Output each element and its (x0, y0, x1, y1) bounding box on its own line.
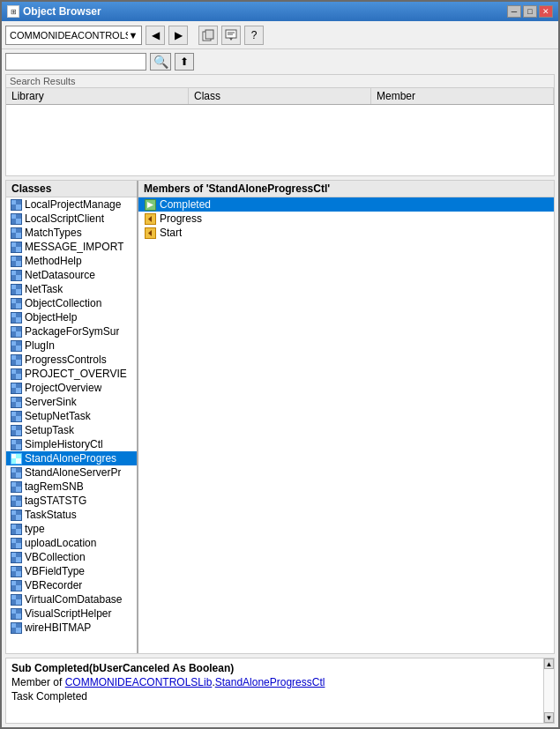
svg-rect-1 (205, 30, 213, 39)
class-icon (10, 621, 22, 634)
classes-list-item[interactable]: StandAloneProgres (6, 451, 137, 465)
copy-icon (202, 29, 214, 41)
classes-list-item[interactable]: VirtualComDatabase (6, 592, 137, 606)
search-input[interactable] (5, 53, 146, 71)
property-icon (144, 227, 156, 239)
classes-list-item[interactable]: PlugIn (6, 338, 137, 353)
copy-button[interactable] (198, 26, 218, 45)
class-label: ObjectCollection (25, 297, 101, 309)
class-icon (10, 410, 22, 422)
info-scroll-down-button[interactable]: ▼ (544, 712, 554, 723)
class-icon (10, 565, 22, 577)
classes-panel-header: Classes (6, 181, 137, 197)
info-line-1: Sub Completed(bUserCanceled As Boolean) (11, 662, 549, 674)
classes-list-item[interactable]: LocalScriptClient (6, 212, 137, 226)
minimize-button[interactable]: ─ (507, 5, 521, 18)
info-line-2: Member of COMMONIDEACONTROLSLib.StandAlo… (11, 676, 549, 688)
maximize-button[interactable]: □ (523, 5, 537, 18)
toolbar: COMMONIDEACONTROLS ▼ ◀ ▶ ? (2, 21, 558, 49)
members-panel: Members of 'StandAloneProgressCtl' Compl… (138, 181, 554, 653)
collapse-button[interactable]: ⬆ (175, 53, 194, 71)
classes-list-item[interactable]: MethodHelp (6, 254, 137, 268)
members-list-item[interactable]: Start (138, 226, 554, 240)
view-definition-button[interactable] (221, 26, 241, 45)
combo-arrow-icon: ▼ (128, 30, 138, 41)
members-list-item[interactable]: Completed (138, 197, 554, 212)
classes-list-item[interactable]: type (6, 522, 137, 536)
class-label: wireHBITMAP (25, 621, 91, 634)
classes-list-item[interactable]: ProjectOverview (6, 381, 137, 395)
search-results-label: Search Results (6, 75, 554, 88)
classes-list-item[interactable]: ProgressControls (6, 353, 137, 367)
classes-list-item[interactable]: SetupTask (6, 423, 137, 437)
classes-list-item[interactable]: MatchTypes (6, 226, 137, 240)
class-icon (10, 353, 22, 366)
forward-button[interactable]: ▶ (168, 26, 188, 45)
class-label: StandAloneServerPr (25, 466, 121, 479)
members-list[interactable]: CompletedProgressStart (138, 197, 554, 653)
classes-list-item[interactable]: ObjectHelp (6, 310, 137, 324)
classes-list-item[interactable]: SetupNetTask (6, 409, 137, 423)
info-scroll-up-button[interactable]: ▲ (544, 658, 554, 669)
back-button[interactable]: ◀ (146, 26, 165, 45)
classes-list-item[interactable]: tagSTATSTG (6, 494, 137, 508)
classes-panel: Classes LocalProjectManageLocalScriptCli… (6, 181, 138, 653)
class-icon (10, 255, 22, 267)
info-class-link[interactable]: StandAloneProgressCtl (215, 676, 325, 688)
title-bar: ⊞ Object Browser ─ □ ✕ (2, 2, 558, 21)
class-label: LocalScriptClient (25, 212, 104, 225)
classes-list-item[interactable]: SimpleHistoryCtl (6, 437, 137, 451)
class-icon (10, 382, 22, 394)
class-label: tagRemSNB (25, 480, 84, 493)
classes-list-item[interactable]: MESSAGE_IMPORT (6, 240, 137, 254)
library-selector[interactable]: COMMONIDEACONTROLS ▼ (5, 26, 142, 45)
info-lib-link[interactable]: COMMONIDEACONTROLSLib (65, 676, 213, 688)
class-label: SetupNetTask (25, 410, 91, 422)
classes-list-item[interactable]: uploadLocation (6, 536, 137, 550)
classes-list-item[interactable]: wireHBITMAP (6, 621, 137, 635)
results-col-class: Class (189, 88, 371, 104)
classes-list-item[interactable]: NetTask (6, 282, 137, 296)
classes-list-item[interactable]: tagRemSNB (6, 480, 137, 494)
classes-list-item[interactable]: NetDatasource (6, 268, 137, 282)
svg-marker-6 (147, 202, 153, 208)
search-button[interactable]: 🔍 (150, 53, 171, 71)
class-icon (10, 368, 22, 380)
results-header: Library Class Member (6, 88, 554, 105)
info-signature: Sub Completed(bUserCanceled As Boolean) (11, 662, 234, 674)
class-label: PlugIn (25, 339, 55, 352)
close-button[interactable]: ✕ (539, 5, 553, 18)
class-icon (10, 241, 22, 253)
classes-list-item[interactable]: VBFieldType (6, 564, 137, 578)
window-icon: ⊞ (7, 5, 19, 18)
classes-list-item[interactable]: VBRecorder (6, 578, 137, 592)
info-member-prefix: Member of (11, 676, 65, 688)
classes-list-item[interactable]: PackageForSymSur (6, 324, 137, 338)
classes-list-item[interactable]: StandAloneServerPr (6, 465, 137, 480)
results-col-library: Library (6, 88, 189, 104)
help-button[interactable]: ? (244, 26, 264, 45)
classes-list-item[interactable]: LocalProjectManage (6, 197, 137, 212)
classes-list[interactable]: LocalProjectManageLocalScriptClientMatch… (6, 197, 137, 653)
window-title: Object Browser (23, 5, 101, 18)
class-label: ProgressControls (25, 353, 107, 366)
title-buttons: ─ □ ✕ (507, 5, 553, 18)
class-label: StandAloneProgres (25, 452, 116, 465)
classes-list-item[interactable]: TaskStatus (6, 508, 137, 522)
classes-list-item[interactable]: ObjectCollection (6, 296, 137, 310)
class-icon (10, 325, 22, 338)
info-scrollbar: ▲ ▼ (543, 658, 554, 723)
class-icon (10, 227, 22, 239)
class-icon (10, 283, 22, 295)
property-icon (144, 212, 156, 225)
classes-list-item[interactable]: PROJECT_OVERVIE (6, 367, 137, 381)
classes-list-item[interactable]: ServerSink (6, 395, 137, 409)
classes-list-item[interactable]: VisualScriptHelper (6, 606, 137, 621)
classes-list-item[interactable]: VBCollection (6, 550, 137, 564)
members-list-item[interactable]: Progress (138, 212, 554, 226)
class-label: NetDatasource (25, 269, 95, 281)
class-label: uploadLocation (25, 537, 96, 549)
class-label: VirtualComDatabase (25, 593, 123, 606)
search-results-panel: Search Results Library Class Member (5, 74, 555, 176)
class-icon (10, 480, 22, 493)
